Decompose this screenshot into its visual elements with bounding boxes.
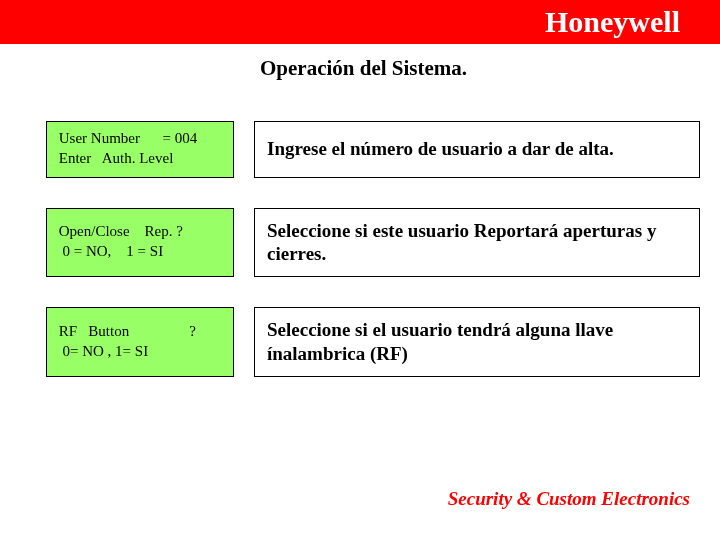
section-title: Operación del Sistema.: [260, 56, 720, 81]
header-bar: Honeywell: [0, 0, 720, 44]
lcd-line: Open/Close Rep. ?: [55, 221, 225, 241]
row-item: User Number = 004 Enter Auth. Level Ingr…: [0, 121, 720, 178]
description-text: Seleccione si este usuario Reportará ape…: [267, 219, 687, 267]
description-box: Seleccione si el usuario tendrá alguna l…: [254, 307, 700, 377]
footer-tagline: Security & Custom Electronics: [448, 488, 690, 510]
lcd-line: User Number = 004: [55, 128, 225, 148]
content-rows: User Number = 004 Enter Auth. Level Ingr…: [0, 121, 720, 377]
lcd-display-user-number: User Number = 004 Enter Auth. Level: [46, 121, 234, 178]
lcd-line: 0= NO , 1= SI: [55, 341, 225, 361]
lcd-display-rf-button: RF Button ? 0= NO , 1= SI: [46, 307, 234, 377]
brand-logo: Honeywell: [545, 5, 680, 39]
lcd-display-open-close: Open/Close Rep. ? 0 = NO, 1 = SI: [46, 208, 234, 278]
description-text: Ingrese el número de usuario a dar de al…: [267, 137, 614, 161]
lcd-line: Enter Auth. Level: [55, 148, 225, 168]
description-box: Ingrese el número de usuario a dar de al…: [254, 121, 700, 178]
row-item: RF Button ? 0= NO , 1= SI Seleccione si …: [0, 307, 720, 377]
row-item: Open/Close Rep. ? 0 = NO, 1 = SI Selecci…: [0, 208, 720, 278]
description-box: Seleccione si este usuario Reportará ape…: [254, 208, 700, 278]
lcd-line: 0 = NO, 1 = SI: [55, 241, 225, 261]
lcd-line: RF Button ?: [55, 321, 225, 341]
description-text: Seleccione si el usuario tendrá alguna l…: [267, 318, 687, 366]
